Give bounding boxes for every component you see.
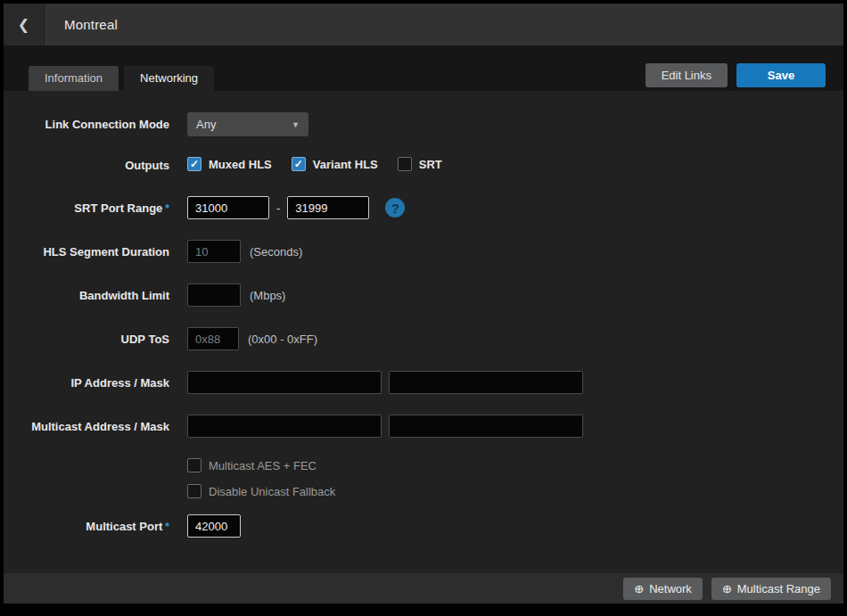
tab-row: Information Networking Edit Links Save (4, 45, 843, 91)
multicast-port-label: Multicast Port* (4, 514, 169, 534)
link-connection-mode-select[interactable]: Any ▼ (187, 112, 308, 136)
row-udp-tos: UDP ToS (0x00 - 0xFF) (4, 327, 843, 350)
hls-segment-duration-unit: (Seconds) (250, 245, 302, 259)
range-separator: - (276, 201, 280, 215)
udp-tos-label: UDP ToS (4, 327, 169, 346)
multicast-options: Multicast AES + FEC Disable Unicast Fall… (187, 458, 843, 498)
ip-address-mask-label: IP Address / Mask (4, 371, 169, 390)
variant-hls-checkbox[interactable] (292, 157, 306, 171)
add-network-button[interactable]: ⊕ Network (623, 578, 703, 600)
udp-tos-hint: (0x00 - 0xFF) (248, 333, 317, 346)
bandwidth-limit-input[interactable] (187, 283, 241, 307)
required-icon: * (165, 521, 169, 533)
row-multicast-port: Multicast Port* (4, 514, 843, 538)
row-srt-port-range: SRT Port Range* - ? (4, 196, 843, 219)
disable-unicast-fallback-checkbox[interactable] (187, 484, 201, 498)
edit-links-button[interactable]: Edit Links (646, 63, 728, 87)
row-bandwidth-limit: Bandwidth Limit (Mbps) (4, 283, 843, 307)
app-window: ❮ Montreal Information Networking Edit L… (4, 4, 843, 604)
required-icon: * (165, 202, 169, 215)
link-connection-mode-value: Any (196, 118, 216, 131)
row-link-connection-mode: Link Connection Mode Any ▼ (4, 112, 843, 136)
muxed-hls-label: Muxed HLS (209, 158, 272, 171)
multicast-mask-input[interactable] (389, 415, 583, 438)
muxed-hls-checkbox[interactable] (187, 157, 201, 171)
ip-address-input[interactable] (187, 371, 382, 394)
save-button[interactable]: Save (736, 63, 826, 87)
checkbox-srt[interactable]: SRT (398, 157, 442, 171)
plus-circle-icon: ⊕ (634, 582, 644, 595)
back-button[interactable]: ❮ (4, 4, 45, 45)
chevron-down-icon: ▼ (292, 120, 300, 129)
srt-port-from-input[interactable] (187, 196, 269, 219)
footer-bar: ⊕ Network ⊕ Multicast Range (4, 573, 843, 604)
multicast-port-input[interactable] (187, 514, 241, 538)
srt-port-range-label: SRT Port Range* (4, 196, 169, 216)
multicast-aes-fec-checkbox[interactable] (187, 458, 201, 472)
tab-information[interactable]: Information (29, 66, 119, 91)
networking-form-panel: Link Connection Mode Any ▼ Outputs Muxed… (4, 91, 843, 573)
bandwidth-limit-label: Bandwidth Limit (4, 283, 169, 302)
srt-checkbox[interactable] (398, 157, 412, 171)
add-multicast-range-button[interactable]: ⊕ Multicast Range (711, 578, 831, 600)
page-title: Montreal (64, 17, 118, 32)
hls-segment-duration-input[interactable] (187, 240, 241, 263)
plus-circle-icon: ⊕ (722, 582, 732, 595)
link-connection-mode-label: Link Connection Mode (4, 112, 169, 131)
checkbox-muxed-hls[interactable]: Muxed HLS (187, 157, 272, 171)
multicast-aes-fec-label: Multicast AES + FEC (209, 459, 317, 472)
outputs-label: Outputs (4, 157, 169, 172)
checkbox-multicast-aes-fec[interactable]: Multicast AES + FEC (187, 458, 824, 472)
tab-networking[interactable]: Networking (124, 66, 214, 91)
udp-tos-input[interactable] (187, 327, 239, 350)
row-outputs: Outputs Muxed HLS Variant HLS SRT (4, 157, 843, 172)
help-icon[interactable]: ? (385, 198, 405, 218)
row-multicast-address-mask: Multicast Address / Mask (4, 415, 843, 438)
variant-hls-label: Variant HLS (313, 158, 378, 171)
hls-segment-duration-label: HLS Segment Duration (4, 240, 169, 259)
checkbox-disable-unicast-fallback[interactable]: Disable Unicast Fallback (187, 484, 824, 498)
srt-label: SRT (419, 158, 442, 171)
add-multicast-range-label: Multicast Range (737, 582, 820, 595)
row-hls-segment-duration: HLS Segment Duration (Seconds) (4, 240, 843, 263)
srt-port-to-input[interactable] (287, 196, 369, 219)
ip-mask-input[interactable] (389, 371, 583, 394)
row-ip-address-mask: IP Address / Mask (4, 371, 843, 394)
bandwidth-limit-unit: (Mbps) (250, 289, 285, 302)
add-network-label: Network (649, 582, 692, 595)
multicast-address-mask-label: Multicast Address / Mask (4, 415, 169, 433)
disable-unicast-fallback-label: Disable Unicast Fallback (209, 485, 335, 498)
back-chevron-icon: ❮ (18, 16, 29, 33)
checkbox-variant-hls[interactable]: Variant HLS (292, 157, 378, 171)
multicast-address-input[interactable] (187, 415, 382, 438)
header-bar: ❮ Montreal (4, 4, 843, 45)
